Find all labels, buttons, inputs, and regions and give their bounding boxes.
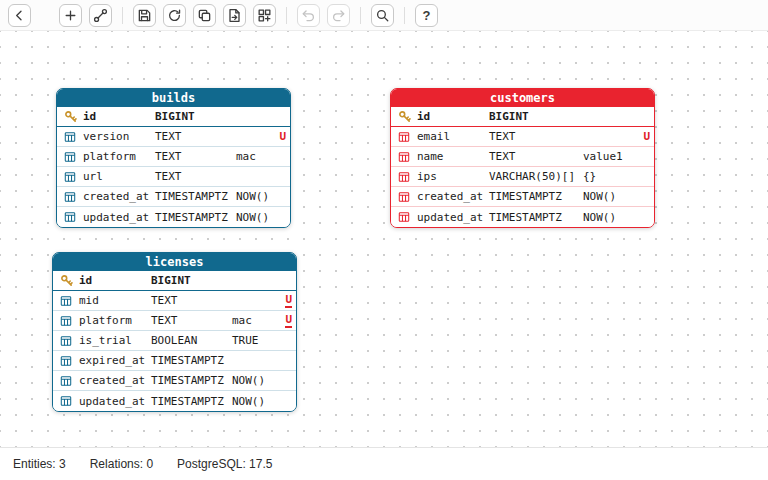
- column-icon: [61, 151, 79, 163]
- field-type: TEXT: [151, 314, 228, 327]
- refresh-icon: [167, 8, 182, 23]
- field-name: id: [83, 110, 151, 123]
- field-type: TEXT: [155, 130, 232, 143]
- field-row-expired_at[interactable]: expired_atTIMESTAMPTZ: [53, 351, 296, 371]
- unique-marker: U: [643, 131, 650, 143]
- diagram-canvas[interactable]: buildsidBIGINTversionTEXTUplatformTEXTma…: [0, 31, 768, 447]
- relation-icon: [93, 8, 108, 23]
- plus-icon: [63, 8, 78, 23]
- save-icon: [137, 8, 152, 23]
- entity-title[interactable]: builds: [57, 89, 290, 107]
- field-row-updated_at[interactable]: updated_atTIMESTAMPTZNOW(): [57, 207, 290, 227]
- column-icon: [395, 211, 413, 223]
- field-row-email[interactable]: emailTEXTU: [391, 127, 654, 147]
- field-default: value1: [583, 150, 636, 163]
- entity-customers[interactable]: customersidBIGINTemailTEXTUnameTEXTvalue…: [390, 88, 655, 228]
- refresh-button[interactable]: [163, 4, 186, 27]
- field-row-id[interactable]: idBIGINT: [53, 271, 296, 291]
- field-default: NOW(): [583, 211, 636, 224]
- field-name: id: [79, 274, 147, 287]
- field-type: TEXT: [151, 294, 228, 307]
- undo-icon: [301, 8, 316, 23]
- column-icon: [395, 151, 413, 163]
- field-name: id: [417, 110, 485, 123]
- field-row-updated_at[interactable]: updated_atTIMESTAMPTZNOW(): [53, 391, 296, 411]
- copy-button[interactable]: [193, 4, 216, 27]
- column-icon: [61, 131, 79, 143]
- auto-layout-button[interactable]: [253, 4, 276, 27]
- field-row-ips[interactable]: ipsVARCHAR(50)[]{}: [391, 167, 654, 187]
- column-icon: [57, 335, 75, 347]
- primary-key-icon: [57, 274, 75, 287]
- column-icon: [57, 295, 75, 307]
- field-default: mac: [236, 150, 272, 163]
- toolbar: ?: [0, 0, 768, 31]
- field-row-created_at[interactable]: created_atTIMESTAMPTZNOW(): [57, 187, 290, 207]
- status-postgresql-version: PostgreSQL: 17.5: [177, 457, 272, 471]
- field-default: NOW(): [236, 211, 272, 224]
- entity-title[interactable]: licenses: [53, 253, 296, 271]
- unique-marker: U: [279, 131, 286, 143]
- unique-marker: U: [285, 314, 292, 328]
- field-type: TIMESTAMPTZ: [155, 211, 232, 224]
- status-bar: Entities: 3 Relations: 0 PostgreSQL: 17.…: [0, 447, 768, 480]
- status-relations-count: Relations: 0: [90, 457, 153, 471]
- field-row-is_trial[interactable]: is_trialBOOLEANTRUE: [53, 331, 296, 351]
- field-name: email: [417, 130, 485, 143]
- redo-button[interactable]: [327, 4, 350, 27]
- question-icon: ?: [423, 9, 431, 22]
- field-name: updated_at: [79, 395, 147, 408]
- field-row-mid[interactable]: midTEXTU: [53, 291, 296, 311]
- file-export-icon: [227, 8, 242, 23]
- export-sql-button[interactable]: [223, 4, 246, 27]
- add-relation-button[interactable]: [89, 4, 112, 27]
- field-row-created_at[interactable]: created_atTIMESTAMPTZNOW(): [391, 187, 654, 207]
- field-name: name: [417, 150, 485, 163]
- back-button[interactable]: [8, 4, 31, 27]
- field-name: url: [83, 170, 151, 183]
- field-row-id[interactable]: idBIGINT: [57, 107, 290, 127]
- field-name: mid: [79, 294, 147, 307]
- field-row-created_at[interactable]: created_atTIMESTAMPTZNOW(): [53, 371, 296, 391]
- field-type: BIGINT: [151, 274, 228, 287]
- entity-title[interactable]: customers: [391, 89, 654, 107]
- field-type: BOOLEAN: [151, 334, 228, 347]
- field-name: expired_at: [79, 354, 147, 367]
- column-icon: [61, 191, 79, 203]
- field-name: updated_at: [417, 211, 485, 224]
- undo-button[interactable]: [297, 4, 320, 27]
- field-default: mac: [232, 314, 278, 327]
- add-entity-button[interactable]: [59, 4, 82, 27]
- field-row-id[interactable]: idBIGINT: [391, 107, 654, 127]
- field-type: TEXT: [489, 130, 579, 143]
- field-row-name[interactable]: nameTEXTvalue1: [391, 147, 654, 167]
- field-type: TEXT: [155, 150, 232, 163]
- field-type: TIMESTAMPTZ: [155, 190, 232, 203]
- field-row-url[interactable]: urlTEXT: [57, 167, 290, 187]
- primary-key-icon: [395, 110, 413, 123]
- column-icon: [57, 395, 75, 407]
- field-default: NOW(): [583, 190, 636, 203]
- grid-layout-icon: [257, 8, 272, 23]
- column-icon: [61, 171, 79, 183]
- field-type: TIMESTAMPTZ: [489, 190, 579, 203]
- field-row-version[interactable]: versionTEXTU: [57, 127, 290, 147]
- field-row-platform[interactable]: platformTEXTmacU: [53, 311, 296, 331]
- column-icon: [395, 191, 413, 203]
- entity-builds[interactable]: buildsidBIGINTversionTEXTUplatformTEXTma…: [56, 88, 291, 228]
- copy-icon: [197, 8, 212, 23]
- help-button[interactable]: ?: [415, 4, 438, 27]
- chevron-left-icon: [12, 8, 27, 23]
- entity-licenses[interactable]: licensesidBIGINTmidTEXTUplatformTEXTmacU…: [52, 252, 297, 412]
- field-name: platform: [83, 150, 151, 163]
- field-name: created_at: [83, 190, 151, 203]
- search-button[interactable]: [371, 4, 394, 27]
- toolbar-separator: [360, 7, 361, 24]
- save-button[interactable]: [133, 4, 156, 27]
- field-row-updated_at[interactable]: updated_atTIMESTAMPTZNOW(): [391, 207, 654, 227]
- toolbar-separator: [286, 7, 287, 24]
- field-type: TEXT: [489, 150, 579, 163]
- column-icon: [395, 171, 413, 183]
- unique-marker: U: [285, 294, 292, 308]
- field-row-platform[interactable]: platformTEXTmac: [57, 147, 290, 167]
